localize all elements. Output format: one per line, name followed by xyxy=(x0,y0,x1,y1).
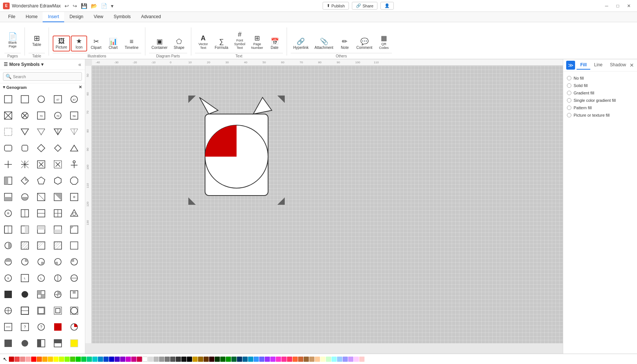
color-swatch[interactable] xyxy=(354,357,359,362)
sym-sq-c5[interactable] xyxy=(67,304,81,317)
sym-sq-c4[interactable] xyxy=(51,304,65,317)
sym-hex[interactable] xyxy=(51,174,65,187)
sym-tri-down-o[interactable] xyxy=(34,125,48,138)
vector-text-button[interactable]: A VectorText xyxy=(195,33,211,51)
sym-num47-c[interactable]: 47 xyxy=(67,93,81,106)
color-swatch[interactable] xyxy=(31,357,36,362)
color-swatch[interactable] xyxy=(142,357,148,362)
clipart-button[interactable]: ✂ Clipart xyxy=(88,36,104,51)
color-swatch[interactable] xyxy=(315,357,320,362)
tab-home[interactable]: Home xyxy=(20,12,43,22)
sym-sq-hatch2[interactable] xyxy=(34,239,48,252)
sym-sq-yel[interactable] xyxy=(67,337,81,350)
color-swatch[interactable] xyxy=(131,357,136,362)
formula-button[interactable]: ∑ Formula xyxy=(212,36,231,51)
color-swatch[interactable] xyxy=(137,357,142,362)
sym-sq-hatch[interactable] xyxy=(18,239,32,252)
color-swatch[interactable] xyxy=(293,357,298,362)
no-fill-option[interactable]: No fill xyxy=(566,74,634,82)
color-swatch[interactable] xyxy=(120,357,125,362)
publish-button[interactable]: ⬆ Publish xyxy=(323,2,349,10)
color-swatch[interactable] xyxy=(70,357,75,362)
sym-rrect-o[interactable] xyxy=(18,141,32,155)
color-swatch[interactable] xyxy=(126,357,131,362)
sym-num47-sq[interactable]: 47 xyxy=(51,93,65,106)
sym-tri-down-d[interactable] xyxy=(51,125,65,138)
sym-sq-q1[interactable] xyxy=(18,255,32,268)
tab-shadow[interactable]: Shadow xyxy=(606,61,630,70)
expand-panel-button[interactable]: ≫ xyxy=(566,61,575,70)
sym-x-sq2[interactable] xyxy=(34,190,48,204)
sym-circle[interactable] xyxy=(34,93,48,106)
sym-circ-s[interactable]: S xyxy=(1,271,15,285)
user-button[interactable]: 👤 xyxy=(380,2,394,10)
category-close-icon[interactable]: ✕ xyxy=(79,85,82,90)
sym-circ-dark[interactable] xyxy=(18,337,32,350)
color-swatch[interactable] xyxy=(192,357,198,362)
sym-num58-sq[interactable]: 58 xyxy=(67,109,81,122)
sym-cross[interactable] xyxy=(1,158,15,171)
sym-half-sq[interactable] xyxy=(1,190,15,204)
sym-circ-dot[interactable] xyxy=(1,207,15,220)
collapse-button[interactable]: « xyxy=(78,61,81,67)
color-swatch[interactable] xyxy=(170,357,175,362)
color-swatch[interactable] xyxy=(187,357,192,362)
shape-button[interactable]: ⬠ Shape xyxy=(171,36,187,51)
color-swatch[interactable] xyxy=(109,357,114,362)
sym-circ-t[interactable] xyxy=(51,271,65,285)
color-swatch[interactable] xyxy=(320,357,326,362)
color-swatch[interactable] xyxy=(276,357,281,362)
sym-sq-tl[interactable] xyxy=(67,223,81,236)
sym-half-circ[interactable] xyxy=(18,190,32,204)
color-swatch[interactable] xyxy=(81,357,86,362)
blank-page-button[interactable]: 📄 BlankPage xyxy=(4,29,21,51)
sym-tri-up[interactable] xyxy=(67,141,81,155)
tab-design[interactable]: Design xyxy=(64,12,88,22)
color-swatch[interactable] xyxy=(343,357,348,362)
share-button[interactable]: 🔗 Share xyxy=(352,2,377,10)
save-button[interactable]: 💾 xyxy=(79,2,89,10)
font-symbol-button[interactable]: # FontSymbolText xyxy=(232,29,248,51)
color-swatch[interactable] xyxy=(198,357,203,362)
picture-texture-option[interactable]: Picture or texture fill xyxy=(566,111,634,119)
sym-x-box[interactable] xyxy=(34,158,48,171)
sym-sq-horiz[interactable] xyxy=(34,207,48,220)
gradient-fill-option[interactable]: Gradient fill xyxy=(566,89,634,97)
color-swatch[interactable] xyxy=(154,357,159,362)
sym-sq-hatch4[interactable] xyxy=(67,239,81,252)
color-swatch[interactable] xyxy=(20,357,25,362)
color-swatch[interactable] xyxy=(92,357,98,362)
color-swatch[interactable] xyxy=(14,357,20,362)
sym-pent[interactable] xyxy=(34,174,48,187)
color-swatch[interactable] xyxy=(87,357,92,362)
color-swatch[interactable] xyxy=(242,357,248,362)
color-swatch[interactable] xyxy=(281,357,287,362)
sym-tri-down-do[interactable] xyxy=(67,125,81,138)
sym-tri-half[interactable] xyxy=(18,174,32,187)
color-swatch[interactable] xyxy=(159,357,164,362)
sym-sq-bot[interactable] xyxy=(51,223,65,236)
pattern-fill-option[interactable]: Pattern fill xyxy=(566,104,634,111)
date-button[interactable]: 📅 Date xyxy=(267,36,283,51)
color-swatch[interactable] xyxy=(48,357,53,362)
color-swatch[interactable] xyxy=(76,357,81,362)
minimize-button[interactable]: ─ xyxy=(601,2,612,10)
sym-sq-5[interactable] xyxy=(67,288,81,301)
sym-sq-half4[interactable] xyxy=(51,337,65,350)
sym-red-sq[interactable] xyxy=(51,320,65,334)
sym-sq-left[interactable] xyxy=(1,223,15,236)
sym-sq-l[interactable]: L xyxy=(18,271,32,285)
color-swatch[interactable] xyxy=(309,357,314,362)
color-swatch[interactable] xyxy=(226,357,231,362)
color-swatch[interactable] xyxy=(204,357,209,362)
canvas-area[interactable]: -40 -30 -20 -10 0 10 20 30 40 50 60 70 8… xyxy=(85,59,563,354)
sym-sq-right[interactable] xyxy=(18,223,32,236)
tab-insert[interactable]: Insert xyxy=(43,12,64,22)
undo-button[interactable]: ↩ xyxy=(63,2,70,10)
container-button[interactable]: ▣ Container xyxy=(149,36,170,51)
sym-sq-vert[interactable] xyxy=(18,207,32,220)
sym-num70-sq[interactable]: 70 xyxy=(34,109,48,122)
color-swatch[interactable] xyxy=(148,357,153,362)
hyperlink-button[interactable]: 🔗 Hyperlink xyxy=(291,36,311,51)
open-button[interactable]: 📂 xyxy=(89,2,99,10)
